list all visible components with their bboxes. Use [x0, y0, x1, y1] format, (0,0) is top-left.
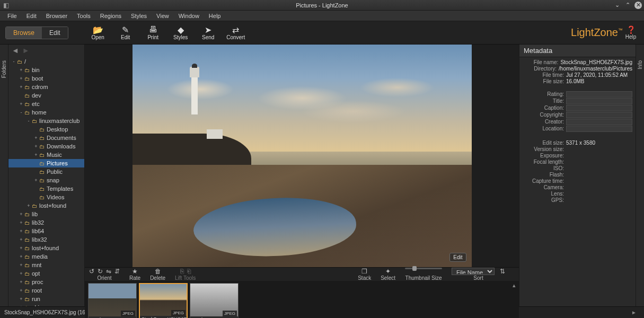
thumb-size-slider[interactable] [405, 268, 442, 269]
thumbnail[interactable]: JPEGStockSnap_HSHO6ZF... [139, 283, 188, 318]
expand-icon[interactable]: + [18, 220, 24, 225]
menu-view[interactable]: View [152, 12, 173, 20]
expand-icon[interactable]: - [25, 118, 32, 123]
folder-home[interactable]: -🗀home [8, 108, 84, 117]
browse-mode-button[interactable]: Browse [6, 27, 42, 39]
styles-button[interactable]: ◆Styles [167, 25, 195, 40]
expand-icon[interactable]: + [18, 279, 24, 285]
folder-desktop[interactable]: 🗀Desktop [8, 125, 84, 134]
expand-icon[interactable]: + [18, 245, 24, 251]
wand-icon[interactable]: ✦ [385, 268, 391, 275]
image-preview[interactable]: Edit [85, 45, 519, 267]
expand-icon[interactable]: + [18, 101, 24, 107]
meta-input[interactable] [566, 98, 632, 104]
expand-icon[interactable]: + [25, 203, 32, 208]
expand-icon[interactable]: + [18, 262, 24, 268]
sort-dir-icon[interactable]: ⇅ [500, 268, 505, 275]
expand-icon[interactable]: + [18, 67, 24, 73]
folder-libx32[interactable]: +🗀libx32 [8, 235, 84, 244]
folder-lostfound[interactable]: +🗀lost+found [8, 201, 84, 210]
flip-h-icon[interactable]: ⇋ [106, 268, 111, 275]
folder-mnt[interactable]: +🗀mnt [8, 261, 84, 269]
expand-icon[interactable]: - [11, 59, 17, 64]
expand-icon[interactable]: + [18, 296, 24, 302]
menu-file[interactable]: File [3, 12, 21, 20]
folder-music[interactable]: +🗀Music [8, 151, 84, 159]
meta-input[interactable] [566, 105, 632, 111]
meta-input[interactable] [566, 91, 632, 98]
copy-icon[interactable]: ⎘ [180, 268, 184, 275]
folder-bin[interactable]: +🗀bin [8, 66, 84, 74]
folder-public[interactable]: 🗀Public [8, 167, 84, 176]
open-button[interactable]: 📂Open [84, 25, 112, 40]
expand-icon[interactable]: - [18, 110, 24, 115]
expand-icon[interactable]: + [18, 76, 24, 81]
folder-pictures[interactable]: 🗀Pictures [8, 159, 84, 167]
folder-proc[interactable]: +🗀proc [8, 278, 84, 286]
folder-media[interactable]: +🗀media [8, 252, 84, 261]
folder-root[interactable]: +🗀root [8, 286, 84, 295]
menu-styles[interactable]: Styles [127, 12, 151, 20]
folder-etc[interactable]: +🗀etc [8, 100, 84, 108]
menu-browser[interactable]: Browser [42, 12, 72, 20]
meta-input[interactable] [566, 126, 632, 132]
expand-icon[interactable]: + [18, 271, 24, 276]
menu-edit[interactable]: Edit [22, 12, 41, 20]
star-icon[interactable]: ★ [132, 268, 138, 275]
folder-[interactable]: -🗀/ [8, 57, 84, 66]
folder-templates[interactable]: 🗀Templates [8, 184, 84, 193]
expand-icon[interactable]: + [33, 178, 39, 183]
folder-dev[interactable]: 🗀dev [8, 91, 84, 100]
send-button[interactable]: ➤Send [195, 25, 222, 40]
rotate-ccw-icon[interactable]: ↺ [89, 268, 94, 275]
menu-help[interactable]: Help [205, 12, 225, 20]
thumb-scroll-up[interactable]: ▴ [510, 282, 518, 289]
folder-opt[interactable]: +🗀opt [8, 269, 84, 278]
folder-cdrom[interactable]: +🗀cdrom [8, 83, 84, 91]
menu-window[interactable]: Window [174, 12, 204, 20]
help-button[interactable]: ❓ Help [623, 25, 639, 40]
rotate-cw-icon[interactable]: ↻ [98, 268, 103, 275]
sort-select[interactable]: File Name [452, 268, 495, 275]
folders-tab[interactable]: Folders [0, 45, 8, 306]
print-button[interactable]: 🖶Print [139, 25, 167, 40]
meta-input[interactable] [566, 119, 632, 125]
menu-regions[interactable]: Regions [96, 12, 126, 20]
close-button[interactable]: ✕ [634, 2, 642, 9]
status-next-button[interactable]: ► [628, 310, 640, 315]
trash-icon[interactable]: 🗑 [155, 268, 161, 275]
nav-back-button[interactable]: ◄ [12, 46, 19, 55]
info-tab[interactable]: Info [636, 45, 644, 306]
edit-overlay-button[interactable]: Edit [449, 253, 466, 262]
folder-linuxmasterclub[interactable]: -🗀linuxmasterclub [8, 117, 84, 125]
folder-lib64[interactable]: +🗀lib64 [8, 227, 84, 235]
convert-button[interactable]: ⇄Convert [222, 25, 250, 40]
expand-icon[interactable]: + [18, 288, 24, 293]
folder-sbin[interactable]: +🗀sbin [8, 303, 84, 306]
thumbnail[interactable]: JPEGStockSnap_SY7CHOL... [190, 283, 239, 318]
edit-button[interactable]: ✎Edit [112, 25, 139, 40]
meta-input[interactable] [566, 112, 632, 118]
folder-lib[interactable]: +🗀lib [8, 210, 84, 218]
expand-icon[interactable]: + [33, 144, 39, 149]
menu-tools[interactable]: Tools [73, 12, 95, 20]
stack-icon[interactable]: ❐ [361, 268, 367, 275]
expand-icon[interactable]: + [18, 305, 24, 306]
folder-snap[interactable]: +🗀snap [8, 176, 84, 184]
expand-icon[interactable]: + [18, 228, 24, 234]
expand-icon[interactable]: + [18, 211, 24, 217]
folder-lostfound[interactable]: +🗀lost+found [8, 244, 84, 252]
maximize-button[interactable]: ⌃ [624, 2, 631, 9]
expand-icon[interactable]: + [33, 152, 39, 157]
edit-mode-button[interactable]: Edit [42, 27, 68, 39]
minimize-button[interactable]: ⌄ [613, 2, 621, 9]
flip-v-icon[interactable]: ⇵ [114, 268, 120, 275]
folder-downloads[interactable]: +🗀Downloads [8, 142, 84, 151]
expand-icon[interactable]: + [18, 237, 24, 242]
folder-documents[interactable]: +🗀Documents [8, 134, 84, 142]
thumbnail[interactable]: JPEGStockSnap_HIH5SPV3... [88, 283, 137, 318]
folder-videos[interactable]: 🗀Videos [8, 193, 84, 201]
expand-icon[interactable]: + [33, 135, 39, 140]
folder-run[interactable]: +🗀run [8, 295, 84, 303]
expand-icon[interactable]: + [18, 84, 24, 90]
